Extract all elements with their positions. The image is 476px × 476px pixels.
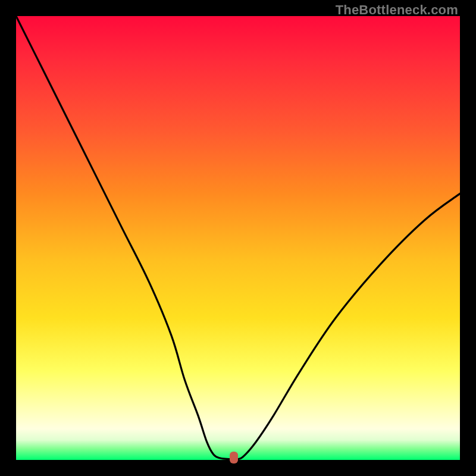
optimum-marker bbox=[230, 452, 238, 464]
chart-container: TheBottleneck.com bbox=[0, 0, 476, 476]
bottleneck-curve bbox=[16, 16, 460, 460]
